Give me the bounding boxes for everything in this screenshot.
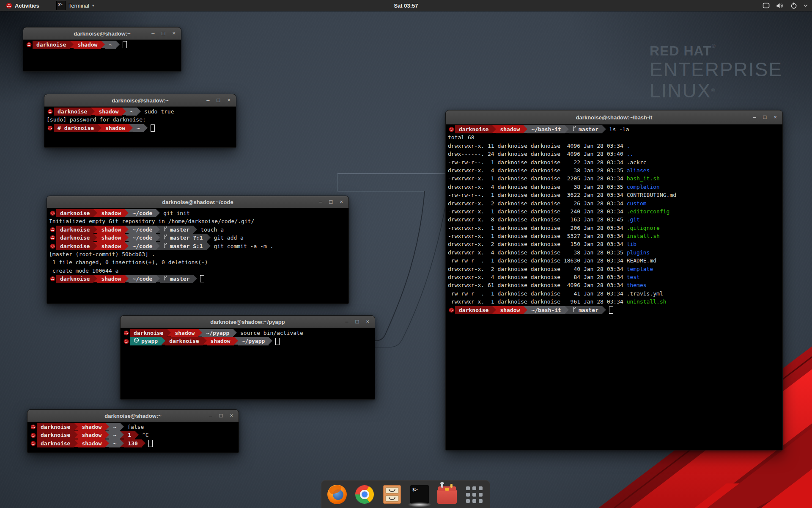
terminal-text: ^C <box>139 431 148 439</box>
terminal-window-bash-it: darknoise@shadow:~/bash-it –□× darknoise… <box>445 110 783 450</box>
titlebar[interactable]: darknoise@shadow:~/pyapp –□× <box>121 316 375 328</box>
titlebar[interactable]: darknoise@shadow:~ –□× <box>44 94 236 107</box>
close-button[interactable]: × <box>230 410 233 422</box>
prompt-segment: master <box>160 275 193 283</box>
terminal-cursor <box>151 124 155 132</box>
prompt-segment: ~ <box>126 108 137 116</box>
terminal-text: drwxrwxr-x. 4 darknoise darknoise 38 Jan… <box>448 166 627 174</box>
terminal-line: drwxrwxr-x. 2 darknoise darknoise 150 Ja… <box>448 240 782 248</box>
maximize-button[interactable]: □ <box>763 111 767 123</box>
terminal-line: create mode 100644 a <box>49 267 348 275</box>
minimize-button[interactable]: – <box>753 111 756 123</box>
terminal-text: Initialized empty Git repository in /hom… <box>49 217 254 225</box>
prompt-segment: ~/bash-it <box>527 306 565 314</box>
terminal-text: completion <box>627 183 660 191</box>
powerline-arrow <box>156 242 160 250</box>
prompt-segment: master <box>160 226 193 234</box>
prompt-segment: ~/pyapp <box>238 337 269 345</box>
prompt-segment: darknoise <box>54 108 91 116</box>
powerline-arrow <box>120 439 124 447</box>
chevron-down-icon <box>804 4 808 7</box>
rhel-logo-line3: LINUX® <box>650 80 782 101</box>
terminal-cursor <box>148 440 153 447</box>
terminal-body[interactable]: darknoiseshadow~/code git initInitialize… <box>47 208 348 283</box>
top-bar: Activities $> Terminal ▾ Sat 03:57 <box>0 0 812 11</box>
powerline-arrow <box>234 337 238 345</box>
maximize-button[interactable]: □ <box>219 410 223 422</box>
titlebar[interactable]: darknoise@shadow:~ –□× <box>27 410 239 422</box>
prompt-segment: shadow <box>78 423 105 431</box>
dock-item-firefox[interactable] <box>327 483 347 505</box>
terminal-text: git init <box>160 209 189 217</box>
titlebar[interactable]: darknoise@shadow:~ –□× <box>23 28 181 40</box>
terminal-line: darknoiseshadow~/codemaster S:1 git comm… <box>49 242 348 250</box>
powerline-arrow <box>233 329 237 337</box>
prompt-segment: # darknoise <box>54 124 98 132</box>
powerline-arrow <box>74 439 78 447</box>
dock-item-chrome[interactable] <box>354 483 375 505</box>
powerline-arrow <box>167 329 171 337</box>
terminal-text: .travis.yml <box>627 290 663 298</box>
close-button[interactable]: × <box>366 316 369 328</box>
redhat-icon <box>448 306 455 314</box>
powerline-arrow <box>565 125 569 133</box>
powerline-arrow <box>193 226 197 233</box>
terminal-text: git add a <box>211 234 244 242</box>
maximize-button[interactable]: □ <box>217 94 220 106</box>
toolbox-icon <box>437 489 457 504</box>
minimize-button[interactable]: – <box>151 28 154 39</box>
dock-item-app-grid[interactable] <box>464 483 485 505</box>
prompt-segment: shadow <box>496 306 524 314</box>
titlebar[interactable]: darknoise@shadow:~/code –□× <box>47 196 348 208</box>
minimize-button[interactable]: – <box>345 316 348 328</box>
minimize-button[interactable]: – <box>209 410 212 422</box>
terminal-body[interactable]: darknoiseshadow~ falsedarknoiseshadow~1 … <box>27 422 239 447</box>
prompt-segment: darknoise <box>33 41 70 49</box>
powerline-arrow <box>91 108 95 115</box>
terminal-icon: $> <box>410 485 429 504</box>
terminal-line: drwxrwxr-x. 11 darknoise darknoise 4096 … <box>448 142 782 150</box>
close-button[interactable]: × <box>340 196 343 208</box>
powerline-arrow <box>125 234 129 241</box>
clock[interactable]: Sat 03:57 <box>0 3 812 9</box>
maximize-button[interactable]: □ <box>162 28 165 39</box>
powerline-arrow <box>93 275 97 282</box>
powerline-arrow <box>162 337 165 345</box>
terminal-line: [master (root-commit) 50bcb63] . <box>49 250 348 258</box>
branch-icon <box>573 306 579 314</box>
minimize-button[interactable]: – <box>206 94 209 106</box>
terminal-line: drwxrwxr-x. 4 darknoise darknoise 38 Jan… <box>448 248 782 257</box>
prompt-segment: ~/code <box>129 234 156 242</box>
dock-item-files[interactable] <box>382 483 402 505</box>
terminal-text: false <box>124 423 144 431</box>
terminal-cursor <box>609 306 613 314</box>
window-title: darknoise@shadow:~/bash-it <box>446 114 782 121</box>
minimize-button[interactable]: – <box>319 196 322 208</box>
dock-item-terminal[interactable]: $> <box>409 483 430 505</box>
dock-item-toolbox[interactable] <box>437 483 457 505</box>
titlebar[interactable]: darknoise@shadow:~/bash-it –□× <box>446 110 782 124</box>
powerline-arrow <box>116 41 120 48</box>
terminal-text: .git <box>627 215 640 224</box>
terminal-line: -rw-rw-r--. 1 darknoise darknoise 3622 J… <box>448 191 782 199</box>
maximize-button[interactable]: □ <box>329 196 333 208</box>
terminal-line: -rwxrwxr-x. 1 darknoise darknoise 5327 J… <box>448 232 782 240</box>
terminal-body[interactable]: darknoiseshadow~ sudo true[sudo] passwor… <box>44 107 236 132</box>
redhat-icon <box>49 226 56 234</box>
volume-icon <box>776 3 784 9</box>
close-button[interactable]: × <box>774 111 777 123</box>
powerline-arrow <box>156 209 160 217</box>
terminal-line: 1 file changed, 0 insertions(+), 0 delet… <box>49 258 348 266</box>
terminal-window-home-2: darknoise@shadow:~ –□× darknoiseshadow~ … <box>27 409 239 453</box>
terminal-body[interactable]: darknoiseshadow~/bash-itmaster ls -latot… <box>446 124 782 314</box>
redhat-icon <box>49 234 56 242</box>
close-button[interactable]: × <box>172 28 176 39</box>
system-status-area[interactable] <box>763 2 812 9</box>
terminal-text: git commit -a -m . <box>211 242 274 250</box>
terminal-body[interactable]: darknoiseshadow~/pyapp source bin/activa… <box>121 328 375 345</box>
terminal-body[interactable]: darknoiseshadow~ <box>23 40 181 49</box>
maximize-button[interactable]: □ <box>356 316 359 328</box>
close-button[interactable]: × <box>227 94 230 106</box>
prompt-segment: darknoise <box>455 125 492 133</box>
prompt-segment: master ?:1 <box>160 234 206 242</box>
